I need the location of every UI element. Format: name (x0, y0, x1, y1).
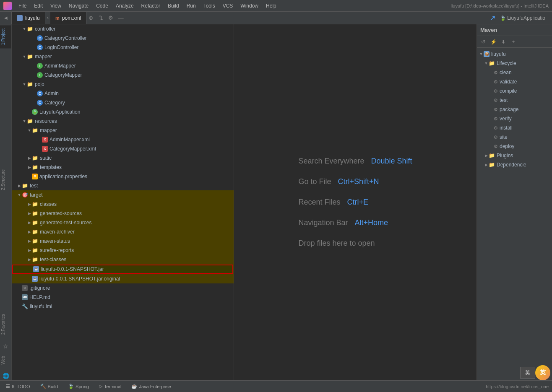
project-panel-toggle[interactable]: ◀ (0, 12, 12, 24)
maven-item-dependencies[interactable]: ▶ 📁 Dependencie (477, 160, 552, 169)
settings-icon[interactable]: ⚙ (107, 14, 115, 22)
tree-item-LiuyufuApplication[interactable]: 🍃 LiuyufuApplication (12, 107, 234, 117)
tree-item-maven-status[interactable]: ▶ 📁 maven-status (12, 236, 234, 246)
menu-file[interactable]: File (15, 2, 30, 10)
menu-edit[interactable]: Edit (31, 2, 46, 10)
tree-item-liuyufu-iml[interactable]: 🔧 liuyufu.iml (12, 302, 234, 311)
tree-item-mapper[interactable]: ▼ 📁 mapper (12, 52, 234, 61)
tree-item-test-classes[interactable]: ▶ 📁 test-classes (12, 255, 234, 264)
tree-item-target[interactable]: ▼ 🎯 target (12, 190, 234, 200)
menu-run[interactable]: Run (183, 2, 199, 10)
bottom-tab-java-enterprise[interactable]: ☕ Java Enterprise (129, 383, 173, 390)
menu-refactor[interactable]: Refactor (138, 2, 164, 10)
tree-label-gitignore: .gitignore (29, 285, 50, 291)
menu-help[interactable]: Help (263, 2, 280, 10)
tree-item-pojo[interactable]: ▼ 📁 pojo (12, 80, 234, 89)
user-avatar[interactable]: 英 (535, 365, 550, 380)
jar-icon-liuyufu-original: ☕ (32, 276, 38, 282)
earth-icon[interactable]: 🌐 (1, 371, 10, 380)
maven-download-btn[interactable]: ⬇ (499, 37, 508, 47)
tree-item-application.properties[interactable]: ⚙ application.properties (12, 172, 234, 181)
menu-analyze[interactable]: Analyze (112, 2, 137, 10)
maven-item-clean[interactable]: ⚙ clean (477, 68, 552, 77)
tree-item-Category[interactable]: C Category (12, 98, 234, 107)
maven-item-validate[interactable]: ⚙ validate (477, 77, 552, 86)
tree-item-test[interactable]: ▶ 📁 test (12, 181, 234, 190)
tree-item-AdminMapper[interactable]: I AdminMapper (12, 61, 234, 70)
menu-view[interactable]: View (47, 2, 65, 10)
sidebar-item-favorites[interactable]: 2:Favorites (0, 311, 11, 338)
bottom-tab-terminal[interactable]: ▷ Terminal (96, 383, 124, 390)
tree-item-CategoryMapper[interactable]: I CategoryMapper (12, 70, 234, 80)
collapse-icon[interactable]: ⇅ (96, 14, 105, 22)
menu-navigate[interactable]: Navigate (65, 2, 92, 10)
tree-arrow-gen-test-src: ▶ (27, 221, 32, 225)
tree-item-static[interactable]: ▶ 📁 static (12, 153, 234, 163)
maven-item-install[interactable]: ⚙ install (477, 123, 552, 132)
tree-item-classes[interactable]: ▶ 📁 classes (12, 200, 234, 209)
close-panel-icon[interactable]: — (117, 14, 125, 22)
maven-gear-icon-test: ⚙ (494, 98, 498, 103)
maven-execute-btn[interactable]: ⚡ (489, 37, 498, 47)
tree-item-mapper-resources[interactable]: ▼ 📁 mapper (12, 126, 234, 135)
maven-item-compile[interactable]: ⚙ compile (477, 86, 552, 96)
bottom-tab-todo[interactable]: ☰ 6: TODO (3, 383, 33, 390)
ime-button[interactable]: 英 (520, 367, 535, 379)
tree-item-liuyufu-jar-original[interactable]: ☕ liuyufu-0.0.1-SNAPSHOT.jar.original (12, 274, 234, 283)
tab-project[interactable]: liuyufu (12, 12, 45, 24)
tree-item-CategoryController[interactable]: C CategoryController (12, 34, 234, 43)
git-icon: ⚙ (22, 285, 28, 291)
menu-window[interactable]: Window (237, 2, 262, 10)
maven-item-deploy[interactable]: ⚙ deploy (477, 142, 552, 151)
hint-label-search: Search Everywhere (298, 157, 364, 166)
tree-item-HELP.md[interactable]: MD HELP.md (12, 293, 234, 302)
menu-vcs[interactable]: VCS (219, 2, 237, 10)
folder-icon-static: 📁 (32, 155, 38, 161)
maven-refresh-btn[interactable]: ↺ (479, 37, 488, 47)
tree-label-static: static (40, 155, 52, 161)
maven-add-btn[interactable]: + (509, 37, 518, 47)
tree-item-AdminMapper.xml[interactable]: X AdminMapper.xml (12, 135, 234, 144)
maven-item-test[interactable]: ⚙ test (477, 96, 552, 105)
tree-item-controller[interactable]: ▼ 📁 controller (12, 24, 234, 34)
tree-item-Admin[interactable]: C Admin (12, 89, 234, 98)
tree-item-generated-sources[interactable]: ▶ 📁 generated-sources (12, 209, 234, 218)
maven-item-verify[interactable]: ⚙ verify (477, 114, 552, 123)
maven-item-lifecycle[interactable]: ▼ 📁 Lifecycle (477, 59, 552, 68)
bottom-tab-spring[interactable]: 🍃 Spring (65, 383, 91, 390)
bookmark-icon[interactable]: ☆ (1, 342, 10, 351)
folder-icon-templates: 📁 (32, 164, 38, 170)
tree-label-test: test (30, 183, 38, 189)
tree-item-generated-test-sources[interactable]: ▶ 📁 generated-test-sources (12, 218, 234, 227)
maven-tree: ▼ 📦 liuyufu ▼ 📁 Lifecycle ⚙ clean ⚙ vali… (477, 48, 552, 380)
iml-icon: 🔧 (22, 304, 28, 309)
tree-item-LoginController[interactable]: C LoginController (12, 43, 234, 52)
sidebar-item-project[interactable]: 1:Project (0, 25, 11, 48)
tree-label-generated-test-sources: generated-test-sources (40, 220, 91, 226)
locate-icon[interactable]: ⊕ (86, 14, 95, 22)
tree-item-templates[interactable]: ▶ 📁 templates (12, 163, 234, 172)
menu-code[interactable]: Code (93, 2, 112, 10)
maven-item-site[interactable]: ⚙ site (477, 132, 552, 142)
menu-build[interactable]: Build (164, 2, 182, 10)
tree-item-CategoryMapper.xml[interactable]: X CategoryMapper.xml (12, 144, 234, 153)
sidebar-item-web[interactable]: Web (0, 353, 11, 368)
tab-file[interactable]: m pom.xml (50, 12, 86, 24)
maven-item-plugins[interactable]: ▶ 📁 Plugins (477, 151, 552, 160)
tree-item-maven-archiver[interactable]: ▶ 📁 maven-archiver (12, 227, 234, 236)
maven-arrow-liuyufu: ▼ (479, 52, 484, 56)
maven-item-liuyufu[interactable]: ▼ 📦 liuyufu (477, 49, 552, 59)
liuyufu-app-tab[interactable]: 🍃 LiuyufuApplicatio (497, 14, 549, 22)
md-icon: MD (22, 294, 28, 300)
maven-item-package[interactable]: ⚙ package (477, 105, 552, 114)
tree-item-liuyufu-jar[interactable]: ☕ liuyufu-0.0.1-SNAPSHOT.jar (12, 265, 233, 274)
bottom-tab-build[interactable]: 🔨 Build (38, 383, 60, 390)
tree-item-gitignore[interactable]: ⚙ .gitignore (12, 283, 234, 293)
navigate-arrow-icon[interactable]: ↗ (490, 13, 496, 23)
tree-item-resources[interactable]: ▼ 📁 resources (12, 117, 234, 126)
sidebar-item-structure[interactable]: Z:Structure (0, 166, 11, 193)
menu-tools[interactable]: Tools (200, 2, 219, 10)
tree-label-mapper-res: mapper (40, 127, 57, 133)
xml-icon-CategoryMapper: X (42, 146, 48, 152)
tree-item-surefire-reports[interactable]: ▶ 📁 surefire-reports (12, 246, 234, 255)
